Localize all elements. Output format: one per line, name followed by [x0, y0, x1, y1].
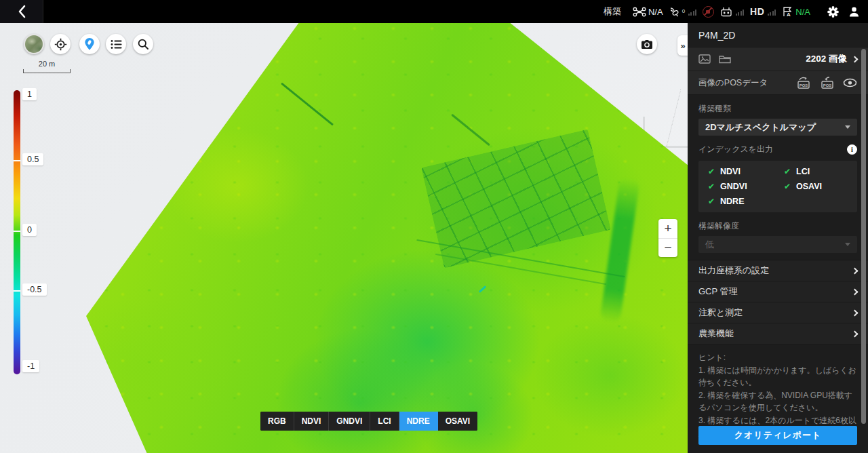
colorbar-tick-label: 0.5	[22, 153, 43, 165]
build-label[interactable]: 構築	[604, 5, 621, 18]
rtk-status: A N/A	[782, 6, 810, 17]
nav-agriculture-functions[interactable]: 農業機能	[688, 323, 868, 344]
build-type-select[interactable]: 2Dマルチスペクトルマップ	[698, 119, 857, 136]
hd-signal-bars	[766, 8, 776, 16]
index-ndvi[interactable]: NDVI	[708, 167, 784, 176]
layer-option-osavi[interactable]: OSAVI	[438, 412, 477, 431]
layer-option-gndvi[interactable]: GNDVI	[329, 412, 370, 431]
index-output-label: インデックスを出力 i	[698, 144, 857, 155]
map-pin-icon	[83, 37, 96, 51]
chevron-left-icon	[17, 4, 26, 19]
hd-status: HD	[750, 6, 776, 17]
zoom-control: + −	[658, 219, 677, 257]
pos-import-icon[interactable]: POS	[821, 77, 834, 89]
index-ndre[interactable]: NDRE	[708, 197, 784, 206]
resolution-select[interactable]: 低	[698, 236, 857, 253]
chevron-right-icon	[852, 330, 859, 337]
layer-option-ndvi[interactable]: NDVI	[294, 412, 330, 431]
dark-line	[281, 82, 334, 125]
locate-button[interactable]	[50, 34, 71, 54]
scale-bar: 20 m	[23, 60, 71, 73]
index-lci[interactable]: LCI	[784, 167, 857, 176]
hint-line: 1. 構築には時間がかかります。しばらくお待ちください。	[698, 364, 857, 389]
chevron-down-icon	[845, 243, 850, 246]
pin-layers-button[interactable]	[79, 34, 100, 54]
screenshot-button[interactable]	[637, 34, 657, 54]
satellite-icon	[669, 7, 681, 17]
search-button[interactable]	[133, 34, 153, 54]
muted-speaker-icon	[703, 6, 714, 18]
search-icon	[137, 38, 149, 50]
top-bar: 構築 N/A 0	[0, 0, 868, 23]
scale-bar-label: 20 m	[23, 60, 71, 68]
field-plots-texture	[421, 130, 611, 269]
panel-nav-list: 出力座標系の設定 GCP 管理 注釈と測定 農業機能	[688, 260, 868, 344]
chevron-down-icon	[845, 125, 850, 129]
chevron-right-icon	[852, 56, 859, 62]
mission-title: P4M_2D	[688, 23, 868, 47]
rc-signal-bars	[734, 8, 744, 16]
nav-annotation-measurement[interactable]: 注釈と測定	[688, 302, 868, 323]
panel-scrollbar[interactable]	[861, 49, 866, 424]
ndre-orthomosaic-layer[interactable]	[0, 23, 688, 453]
camera-icon	[641, 39, 653, 50]
list-icon	[110, 39, 123, 50]
check-icon	[708, 182, 715, 191]
eye-icon[interactable]	[843, 78, 857, 87]
remote-controller-icon	[720, 7, 732, 17]
back-button[interactable]	[0, 0, 43, 23]
satellite-signal-bars	[687, 8, 696, 16]
index-checkbox-group: NDVI GNDVI NDRE LCI OSAVI	[698, 161, 857, 212]
scale-bar-line	[23, 69, 71, 73]
annotation-mark	[479, 285, 487, 293]
resolution-value: 低	[705, 239, 845, 251]
folder-icon	[719, 54, 731, 64]
nav-gcp-management[interactable]: GCP 管理	[688, 281, 868, 302]
pos-export-icon[interactable]: POS	[797, 77, 812, 89]
pos-data-row: 画像のPOSデータ POS POS	[688, 71, 868, 95]
panel-collapse-button[interactable]: »	[677, 35, 688, 56]
chevron-right-icon	[852, 309, 859, 316]
rtk-icon: A	[782, 6, 793, 17]
satellite-status: 0	[669, 7, 696, 17]
layer-option-rgb[interactable]: RGB	[260, 412, 294, 431]
nav-output-coordinate-system[interactable]: 出力座標系の設定	[688, 260, 868, 281]
zoom-out-button[interactable]: −	[658, 239, 677, 258]
quality-report-button[interactable]: クオリティレポート	[698, 426, 857, 445]
svg-text:A: A	[787, 12, 791, 18]
check-icon	[784, 182, 791, 191]
colorbar-tick-label: -0.5	[22, 283, 47, 296]
basemap-thumbnail-button[interactable]	[24, 34, 44, 54]
drone-icon	[633, 7, 646, 17]
info-icon[interactable]: i	[847, 144, 857, 155]
zoom-in-button[interactable]: +	[658, 219, 677, 239]
mission-panel: P4M_2D 2202 画像 画像のPOSデータ POS POS	[688, 23, 868, 453]
index-osavi[interactable]: OSAVI	[784, 182, 857, 191]
crosshair-icon	[54, 38, 67, 51]
index-layer-toggle: RGB NDVI GNDVI LCI NDRE OSAVI	[260, 412, 477, 431]
gear-icon[interactable]	[827, 6, 839, 18]
hd-label: HD	[750, 6, 764, 17]
index-colorbar	[14, 90, 20, 374]
svg-text:POS: POS	[800, 83, 808, 87]
drone-link-value: N/A	[648, 7, 663, 17]
image-icon	[698, 54, 711, 64]
chevron-right-icon	[852, 267, 859, 274]
hints-title: ヒント:	[698, 351, 857, 364]
map-canvas[interactable]: 20 m 1 0.5 0 -0.5 -1 » + − RGB NDVI GNDV…	[0, 23, 688, 453]
layer-option-ndre[interactable]: NDRE	[399, 412, 438, 431]
rtk-status-value: N/A	[795, 7, 810, 17]
build-type-value: 2Dマルチスペクトルマップ	[705, 121, 845, 134]
rc-status	[720, 7, 744, 17]
index-gndvi[interactable]: GNDVI	[708, 182, 784, 191]
status-cluster: 構築 N/A 0	[604, 0, 860, 23]
check-icon	[784, 167, 791, 176]
collapse-chevrons: »	[680, 41, 685, 51]
layer-option-lci[interactable]: LCI	[370, 412, 399, 431]
dark-line	[451, 114, 490, 146]
image-count: 2202 画像	[806, 53, 847, 65]
images-row[interactable]: 2202 画像	[688, 47, 868, 71]
user-icon[interactable]	[848, 6, 860, 18]
list-button[interactable]	[106, 34, 126, 54]
colorbar-tick-label: 0	[22, 224, 37, 236]
